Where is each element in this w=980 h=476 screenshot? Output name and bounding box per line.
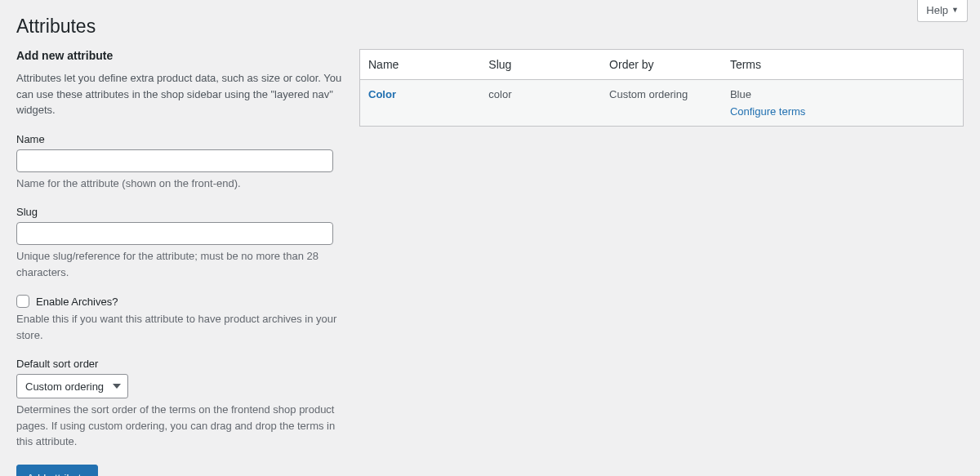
slug-label: Slug: [16, 206, 343, 218]
table-row: Color color Custom ordering Blue Configu…: [360, 80, 964, 127]
attributes-table: Name Slug Order by Terms Color color Cus…: [359, 49, 964, 127]
name-input[interactable]: [16, 149, 333, 172]
sort-order-label: Default sort order: [16, 358, 343, 370]
configure-terms-link[interactable]: Configure terms: [730, 105, 805, 118]
attribute-name-link[interactable]: Color: [368, 88, 396, 100]
page-title: Attributes: [16, 8, 964, 49]
help-tab-label: Help: [926, 4, 948, 16]
name-label: Name: [16, 133, 343, 145]
th-order: Order by: [601, 50, 722, 80]
name-help: Name for the attribute (shown on the fro…: [16, 176, 343, 192]
sort-order-help: Determines the sort order of the terms o…: [16, 402, 343, 450]
form-heading: Add new attribute: [16, 49, 343, 62]
add-attribute-form: Add new attribute Attributes let you def…: [16, 49, 343, 476]
caret-down-icon: ▼: [951, 7, 959, 14]
form-intro: Attributes let you define extra product …: [16, 70, 343, 118]
attribute-terms: Blue: [730, 88, 955, 100]
attribute-order: Custom ordering: [601, 80, 722, 127]
th-terms: Terms: [722, 50, 964, 80]
slug-input[interactable]: [16, 222, 333, 245]
enable-archives-label: Enable Archives?: [36, 296, 118, 308]
th-slug: Slug: [480, 50, 601, 80]
slug-help: Unique slug/reference for the attribute;…: [16, 248, 343, 280]
help-tab[interactable]: Help ▼: [917, 0, 968, 22]
add-attribute-button[interactable]: Add attribute: [16, 465, 98, 477]
attribute-slug: color: [480, 80, 601, 127]
sort-order-select[interactable]: Custom ordering: [16, 374, 128, 398]
th-name: Name: [360, 50, 481, 80]
enable-archives-help: Enable this if you want this attribute t…: [16, 311, 343, 343]
enable-archives-checkbox[interactable]: [16, 295, 29, 308]
